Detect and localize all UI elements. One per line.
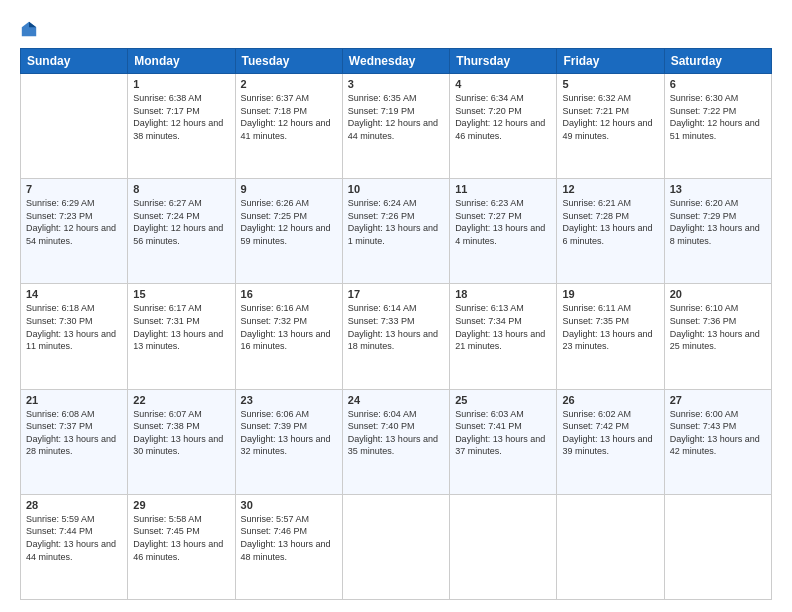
calendar-cell: 12Sunrise: 6:21 AMSunset: 7:28 PMDayligh… [557,179,664,284]
svg-marker-1 [29,22,36,27]
col-header-sunday: Sunday [21,49,128,74]
calendar-cell: 27Sunrise: 6:00 AMSunset: 7:43 PMDayligh… [664,389,771,494]
calendar-cell [21,74,128,179]
day-number: 12 [562,183,658,195]
day-info: Sunrise: 5:58 AMSunset: 7:45 PMDaylight:… [133,513,229,563]
calendar-cell: 18Sunrise: 6:13 AMSunset: 7:34 PMDayligh… [450,284,557,389]
day-info: Sunrise: 6:07 AMSunset: 7:38 PMDaylight:… [133,408,229,458]
day-number: 11 [455,183,551,195]
day-number: 5 [562,78,658,90]
day-info: Sunrise: 6:35 AMSunset: 7:19 PMDaylight:… [348,92,444,142]
calendar-cell [557,494,664,599]
day-info: Sunrise: 6:02 AMSunset: 7:42 PMDaylight:… [562,408,658,458]
calendar-cell: 13Sunrise: 6:20 AMSunset: 7:29 PMDayligh… [664,179,771,284]
day-number: 30 [241,499,337,511]
day-info: Sunrise: 6:27 AMSunset: 7:24 PMDaylight:… [133,197,229,247]
week-row-1: 7Sunrise: 6:29 AMSunset: 7:23 PMDaylight… [21,179,772,284]
day-info: Sunrise: 6:32 AMSunset: 7:21 PMDaylight:… [562,92,658,142]
day-info: Sunrise: 5:57 AMSunset: 7:46 PMDaylight:… [241,513,337,563]
calendar-cell: 9Sunrise: 6:26 AMSunset: 7:25 PMDaylight… [235,179,342,284]
day-info: Sunrise: 6:30 AMSunset: 7:22 PMDaylight:… [670,92,766,142]
day-number: 25 [455,394,551,406]
day-number: 10 [348,183,444,195]
calendar-cell: 8Sunrise: 6:27 AMSunset: 7:24 PMDaylight… [128,179,235,284]
col-header-thursday: Thursday [450,49,557,74]
calendar-cell: 16Sunrise: 6:16 AMSunset: 7:32 PMDayligh… [235,284,342,389]
day-info: Sunrise: 6:04 AMSunset: 7:40 PMDaylight:… [348,408,444,458]
day-info: Sunrise: 6:00 AMSunset: 7:43 PMDaylight:… [670,408,766,458]
week-row-3: 21Sunrise: 6:08 AMSunset: 7:37 PMDayligh… [21,389,772,494]
calendar-cell [342,494,449,599]
calendar-cell: 6Sunrise: 6:30 AMSunset: 7:22 PMDaylight… [664,74,771,179]
day-info: Sunrise: 6:10 AMSunset: 7:36 PMDaylight:… [670,302,766,352]
day-info: Sunrise: 5:59 AMSunset: 7:44 PMDaylight:… [26,513,122,563]
day-number: 6 [670,78,766,90]
day-number: 2 [241,78,337,90]
header [20,18,772,38]
day-number: 16 [241,288,337,300]
calendar-cell: 22Sunrise: 6:07 AMSunset: 7:38 PMDayligh… [128,389,235,494]
calendar-cell: 17Sunrise: 6:14 AMSunset: 7:33 PMDayligh… [342,284,449,389]
day-info: Sunrise: 6:03 AMSunset: 7:41 PMDaylight:… [455,408,551,458]
day-number: 14 [26,288,122,300]
day-number: 18 [455,288,551,300]
calendar-cell: 14Sunrise: 6:18 AMSunset: 7:30 PMDayligh… [21,284,128,389]
calendar-cell: 4Sunrise: 6:34 AMSunset: 7:20 PMDaylight… [450,74,557,179]
calendar-cell: 21Sunrise: 6:08 AMSunset: 7:37 PMDayligh… [21,389,128,494]
week-row-2: 14Sunrise: 6:18 AMSunset: 7:30 PMDayligh… [21,284,772,389]
day-number: 9 [241,183,337,195]
day-info: Sunrise: 6:37 AMSunset: 7:18 PMDaylight:… [241,92,337,142]
day-number: 1 [133,78,229,90]
calendar-cell [664,494,771,599]
calendar-cell: 26Sunrise: 6:02 AMSunset: 7:42 PMDayligh… [557,389,664,494]
calendar-cell: 29Sunrise: 5:58 AMSunset: 7:45 PMDayligh… [128,494,235,599]
calendar-cell [450,494,557,599]
day-number: 15 [133,288,229,300]
day-info: Sunrise: 6:11 AMSunset: 7:35 PMDaylight:… [562,302,658,352]
calendar-cell: 19Sunrise: 6:11 AMSunset: 7:35 PMDayligh… [557,284,664,389]
day-info: Sunrise: 6:14 AMSunset: 7:33 PMDaylight:… [348,302,444,352]
day-info: Sunrise: 6:38 AMSunset: 7:17 PMDaylight:… [133,92,229,142]
calendar-cell: 25Sunrise: 6:03 AMSunset: 7:41 PMDayligh… [450,389,557,494]
logo-icon [20,20,38,38]
day-number: 8 [133,183,229,195]
day-number: 4 [455,78,551,90]
day-number: 23 [241,394,337,406]
day-info: Sunrise: 6:13 AMSunset: 7:34 PMDaylight:… [455,302,551,352]
day-number: 19 [562,288,658,300]
calendar-cell: 5Sunrise: 6:32 AMSunset: 7:21 PMDaylight… [557,74,664,179]
calendar-cell: 2Sunrise: 6:37 AMSunset: 7:18 PMDaylight… [235,74,342,179]
day-info: Sunrise: 6:23 AMSunset: 7:27 PMDaylight:… [455,197,551,247]
day-number: 26 [562,394,658,406]
day-info: Sunrise: 6:21 AMSunset: 7:28 PMDaylight:… [562,197,658,247]
day-number: 27 [670,394,766,406]
calendar-cell: 24Sunrise: 6:04 AMSunset: 7:40 PMDayligh… [342,389,449,494]
day-info: Sunrise: 6:17 AMSunset: 7:31 PMDaylight:… [133,302,229,352]
col-header-tuesday: Tuesday [235,49,342,74]
day-number: 28 [26,499,122,511]
calendar-cell: 20Sunrise: 6:10 AMSunset: 7:36 PMDayligh… [664,284,771,389]
calendar-cell: 1Sunrise: 6:38 AMSunset: 7:17 PMDaylight… [128,74,235,179]
day-info: Sunrise: 6:16 AMSunset: 7:32 PMDaylight:… [241,302,337,352]
col-header-friday: Friday [557,49,664,74]
calendar-header-row: SundayMondayTuesdayWednesdayThursdayFrid… [21,49,772,74]
page: SundayMondayTuesdayWednesdayThursdayFrid… [0,0,792,612]
day-number: 17 [348,288,444,300]
calendar-cell: 10Sunrise: 6:24 AMSunset: 7:26 PMDayligh… [342,179,449,284]
calendar-table: SundayMondayTuesdayWednesdayThursdayFrid… [20,48,772,600]
day-info: Sunrise: 6:26 AMSunset: 7:25 PMDaylight:… [241,197,337,247]
col-header-monday: Monday [128,49,235,74]
col-header-wednesday: Wednesday [342,49,449,74]
col-header-saturday: Saturday [664,49,771,74]
day-info: Sunrise: 6:34 AMSunset: 7:20 PMDaylight:… [455,92,551,142]
day-number: 21 [26,394,122,406]
day-number: 24 [348,394,444,406]
calendar-cell: 23Sunrise: 6:06 AMSunset: 7:39 PMDayligh… [235,389,342,494]
week-row-4: 28Sunrise: 5:59 AMSunset: 7:44 PMDayligh… [21,494,772,599]
calendar-cell: 3Sunrise: 6:35 AMSunset: 7:19 PMDaylight… [342,74,449,179]
logo [20,18,41,38]
day-info: Sunrise: 6:20 AMSunset: 7:29 PMDaylight:… [670,197,766,247]
day-number: 20 [670,288,766,300]
day-number: 13 [670,183,766,195]
day-info: Sunrise: 6:24 AMSunset: 7:26 PMDaylight:… [348,197,444,247]
